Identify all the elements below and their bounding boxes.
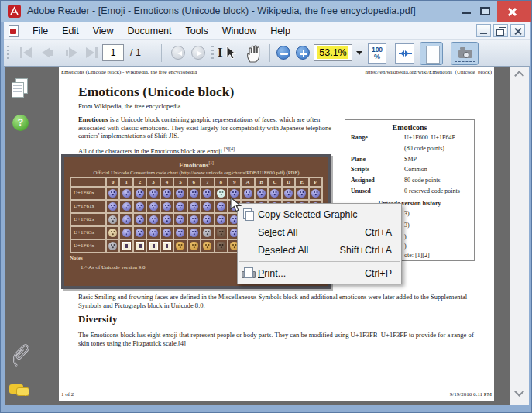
menu-item-label: Print... [258, 268, 286, 279]
column-header-F: F [309, 177, 322, 187]
adobe-reader-window: Adobe Reader - [Emoji - Emoticons (Unico… [0, 0, 532, 413]
context-menu-item-select-all[interactable]: Select AllCtrl+A [238, 223, 401, 241]
column-header-1: 1 [119, 177, 132, 187]
previous-view-button[interactable] [171, 46, 185, 60]
text-line: associated with classic emoticons. They … [78, 124, 366, 133]
page-number-input[interactable] [102, 44, 124, 61]
first-page-button[interactable] [19, 46, 33, 59]
article-title: Emoticons (Unicode block) [78, 84, 234, 100]
context-menu: Copy Selected GraphicSelect AllCtrl+ADes… [237, 203, 402, 284]
column-header-9: 9 [228, 177, 241, 187]
last-page-button[interactable] [85, 46, 99, 59]
fit-width-button[interactable] [395, 43, 414, 64]
menu-item-label: Copy Selected Graphic [258, 209, 358, 220]
doc-close-button[interactable] [510, 24, 525, 37]
window-close-button[interactable] [497, 1, 532, 22]
emoji-cell [133, 226, 146, 239]
window-minimize-button[interactable] [462, 12, 471, 14]
comments-icon[interactable] [9, 383, 33, 401]
menubar-items: FileEditViewDocumentToolsWindowHelp [26, 22, 297, 40]
actual-size-button[interactable]: 100% [368, 43, 386, 64]
pages-panel-icon[interactable] [11, 78, 29, 100]
menu-tools[interactable]: Tools [179, 26, 215, 36]
emoji-cell [187, 187, 201, 200]
infobox-row: RangeU+1F600..U+1F64F [345, 134, 474, 145]
emoji-glyph [176, 215, 184, 224]
infobox-row: ScriptsCommon [345, 166, 474, 177]
emoji-glyph [149, 189, 158, 198]
infobox-history-fragment: ) [404, 243, 407, 250]
scroll-up-icon[interactable] [515, 71, 523, 79]
zoom-dropdown-caret[interactable] [356, 51, 362, 58]
menu-edit[interactable]: Edit [55, 26, 86, 36]
next-page-button[interactable] [64, 46, 78, 59]
context-menu-item-print-[interactable]: Print...Ctrl+P [238, 264, 401, 282]
attachments-paperclip-icon[interactable] [11, 339, 33, 370]
next-view-button[interactable] [191, 46, 205, 60]
scroll-down-icon[interactable] [515, 388, 523, 397]
context-menu-item-copy-selected-graphic[interactable]: Copy Selected Graphic [238, 205, 401, 223]
emoji-cell [187, 226, 201, 239]
emoji-glyph [176, 189, 184, 198]
infobox-history-fragment: ) [404, 233, 407, 240]
menu-bar: FileEditViewDocumentToolsWindowHelp [4, 22, 530, 40]
toolbar-grip[interactable] [7, 46, 9, 61]
menu-file[interactable]: File [26, 26, 55, 36]
menu-help[interactable]: Help [263, 26, 297, 36]
infobox-label: Plane [351, 156, 366, 163]
column-header-D: D [282, 177, 295, 187]
help-icon[interactable]: ? [12, 115, 29, 131]
select-tool-button[interactable]: I [218, 44, 239, 63]
menu-window[interactable]: Window [215, 26, 263, 36]
zoom-out-button[interactable] [276, 46, 290, 60]
zoom-level-box[interactable]: 53.1% [314, 44, 352, 61]
emoji-cell [119, 239, 132, 253]
toolbar: / 1 I 53.1% 100% [4, 40, 530, 67]
infobox-row: Assigned80 code points [345, 177, 474, 188]
emoji-cell [187, 239, 201, 253]
doc-minimize-button[interactable] [476, 24, 491, 37]
emoji-cell [119, 200, 132, 213]
row-label-u1f62x: U+1F62x [70, 213, 106, 226]
page-footer-timestamp: 9/19/2016 6:11 PM [450, 391, 492, 398]
emoji-cell [215, 226, 228, 239]
snapshot-tool-button[interactable] [451, 42, 479, 65]
doc-restore-button[interactable] [493, 24, 508, 37]
window-maximize-button[interactable] [480, 7, 490, 15]
menu-view[interactable]: View [86, 26, 121, 36]
emoji-glyph [217, 202, 225, 211]
infobox-value: 0 reserved code points [404, 188, 460, 194]
emoji-cell [146, 187, 160, 200]
infobox-rows: RangeU+1F600..U+1F64F(80 code points)Pla… [345, 134, 474, 198]
emoji-glyph [163, 229, 171, 237]
emoji-glyph [108, 215, 117, 224]
emoji-glyph [203, 189, 211, 198]
vertical-scrollbar[interactable] [510, 67, 529, 405]
window-title: Adobe Reader - [Emoji - Emoticons (Unico… [27, 5, 416, 16]
emoji-cell [133, 200, 146, 213]
menu-document[interactable]: Document [121, 26, 179, 36]
fit-page-button[interactable] [420, 42, 443, 65]
zoom-in-button[interactable] [296, 46, 310, 60]
emoji-glyph [149, 202, 158, 211]
emoji-cell [201, 187, 214, 200]
emoji-cell [215, 213, 228, 226]
emoji-glyph [203, 242, 211, 250]
emoji-glyph [297, 189, 306, 198]
context-menu-item-deselect-all[interactable]: Deselect AllShift+Ctrl+A [238, 241, 401, 259]
emoji-cell [160, 200, 173, 213]
infobox-label: Assigned [351, 177, 375, 184]
previous-page-button[interactable] [41, 46, 55, 59]
emoji-glyph [217, 242, 225, 250]
emoji-glyph [136, 189, 144, 198]
emoji-glyph [190, 189, 198, 198]
chart-title-ref: [1] [208, 160, 213, 165]
toolbar-grip[interactable] [211, 46, 214, 61]
ibeam-icon: I [218, 45, 223, 60]
column-header-A: A [241, 177, 254, 187]
emoji-glyph [149, 242, 158, 250]
hand-tool-button[interactable] [244, 43, 264, 64]
emoji-glyph [163, 202, 171, 211]
infobox-value: SMP [404, 156, 417, 163]
emoji-cell [106, 213, 119, 226]
